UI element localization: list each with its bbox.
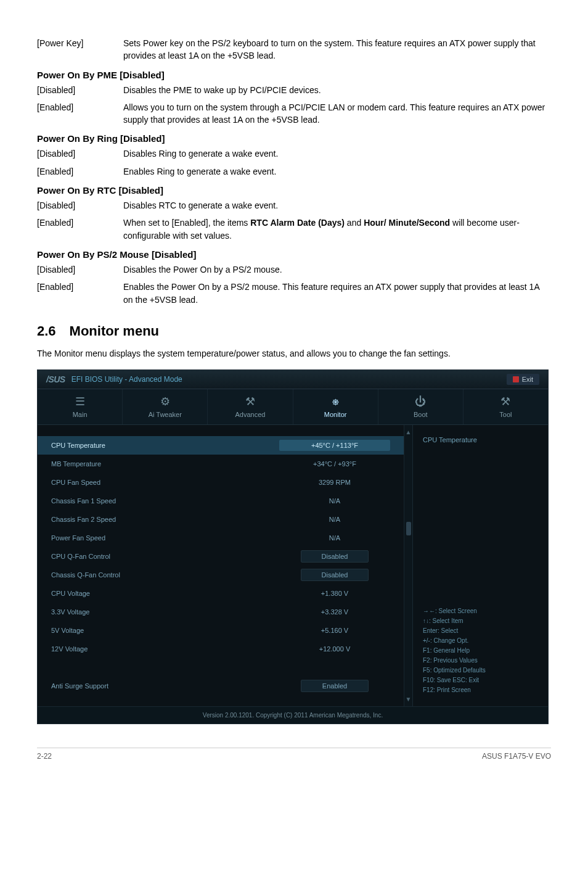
config-row: [Enabled]Enables Ring to generate a wake… [37, 165, 551, 178]
setting-row[interactable]: CPU Voltage+1.380 V [38, 584, 404, 603]
setting-value: Disabled [279, 569, 390, 581]
exit-label: Exit [522, 376, 533, 383]
setting-row[interactable]: Power Fan SpeedN/A [38, 529, 404, 547]
config-key: [Enabled] [37, 101, 123, 126]
config-desc: When set to [Enabled], the items RTC Ala… [123, 217, 551, 242]
setting-label: Power Fan Speed [51, 534, 279, 542]
tab-label: Main [73, 411, 88, 418]
tab-main[interactable]: ☰Main [38, 389, 123, 424]
setting-label: 3.3V Voltage [51, 608, 279, 616]
setting-label: Anti Surge Support [51, 682, 279, 690]
setting-value: N/A [279, 534, 390, 542]
setting-row[interactable]: 12V Voltage+12.000 V [38, 640, 404, 658]
help-key-line: F10: Save ESC: Exit [423, 675, 538, 685]
config-row: [Power Key]Sets Power key on the PS/2 ke… [37, 37, 551, 62]
tool-icon: ⚒ [463, 395, 548, 408]
advanced-icon: ⚒ [208, 395, 292, 408]
setting-label: Chassis Fan 1 Speed [51, 497, 279, 505]
help-title: CPU Temperature [423, 436, 538, 444]
config-desc: Disables the Power On by a PS/2 mouse. [123, 263, 551, 276]
setting-label: CPU Voltage [51, 590, 279, 597]
section-desc: The Monitor menu displays the system tem… [37, 348, 551, 360]
subsection-heading: Power On By Ring [Disabled] [37, 133, 551, 144]
setting-value-box[interactable]: Disabled [301, 569, 369, 581]
subsection-heading: Power On By RTC [Disabled] [37, 185, 551, 196]
setting-label: 12V Voltage [51, 645, 279, 653]
setting-label: CPU Temperature [51, 442, 279, 449]
tab-ai-tweaker[interactable]: ⚙Ai Tweaker [123, 389, 208, 424]
scroll-down-icon[interactable]: ▼ [406, 696, 412, 703]
config-key: [Disabled] [37, 84, 123, 96]
config-desc: Allows you to turn on the system through… [123, 101, 551, 126]
help-key-line: F1: General Help [423, 646, 538, 656]
section-title: 2.6 Monitor menu [37, 323, 551, 339]
bios-title: EFI BIOS Utility - Advanced Mode [71, 375, 182, 384]
help-key-line: Enter: Select [423, 626, 538, 636]
config-desc: Sets Power key on the PS/2 keyboard to t… [123, 37, 551, 62]
setting-label: CPU Fan Speed [51, 479, 279, 486]
product-name: ASUS F1A75-V EVO [482, 752, 551, 761]
config-row: [Enabled]Allows you to turn on the syste… [37, 101, 551, 126]
tab-label: Boot [414, 411, 428, 418]
scroll-up-icon[interactable]: ▲ [406, 429, 412, 435]
bios-footer: Version 2.00.1201. Copyright (C) 2011 Am… [38, 706, 548, 724]
setting-row[interactable] [38, 658, 404, 677]
ai-tweaker-icon: ⚙ [123, 395, 207, 408]
setting-row[interactable]: MB Temperature+34°C / +93°F [38, 455, 404, 473]
setting-label: CPU Q-Fan Control [51, 553, 279, 560]
setting-value-box[interactable]: Disabled [301, 550, 369, 563]
exit-button[interactable]: Exit [507, 374, 539, 385]
config-key: [Enabled] [37, 165, 123, 178]
setting-label: Chassis Q-Fan Control [51, 571, 279, 579]
config-row: [Disabled]Disables Ring to generate a wa… [37, 147, 551, 160]
setting-value: +34°C / +93°F [279, 460, 390, 468]
help-key-line: F5: Optimized Defaults [423, 666, 538, 675]
help-key-line: +/-: Change Opt. [423, 636, 538, 646]
tab-label: Advanced [235, 411, 265, 418]
setting-label: Chassis Fan 2 Speed [51, 516, 279, 523]
bios-tabs: ☰Main⚙Ai Tweaker⚒Advanced⎈Monitor⏻Boot⚒T… [38, 389, 548, 425]
help-key-line: F12: Print Screen [423, 685, 538, 695]
setting-row[interactable]: CPU Temperature+45°C / +113°F [38, 436, 404, 455]
scrollbar[interactable]: ▲ ▼ [404, 425, 412, 706]
config-key: [Enabled] [37, 217, 123, 242]
setting-row[interactable]: Anti Surge SupportEnabled [38, 677, 404, 695]
tab-boot[interactable]: ⏻Boot [378, 389, 463, 424]
setting-value-box[interactable]: Enabled [301, 680, 369, 692]
config-key: [Disabled] [37, 199, 123, 212]
config-row: [Enabled]When set to [Enabled], the item… [37, 217, 551, 242]
setting-row[interactable]: Chassis Fan 2 SpeedN/A [38, 510, 404, 529]
setting-row[interactable]: 3.3V Voltage+3.328 V [38, 603, 404, 621]
config-row: [Disabled]Disables the Power On by a PS/… [37, 263, 551, 276]
tab-monitor[interactable]: ⎈Monitor [293, 389, 378, 424]
config-key: [Power Key] [37, 37, 123, 62]
tab-label: Tool [499, 411, 512, 418]
setting-value: +45°C / +113°F [279, 440, 390, 451]
config-desc: Disables the PME to wake up by PCI/PCIE … [123, 84, 551, 96]
setting-row[interactable]: 5V Voltage+5.160 V [38, 621, 404, 640]
scroll-thumb[interactable] [406, 522, 411, 535]
tab-label: Monitor [324, 411, 347, 418]
config-row: [Enabled]Enables the Power On by a PS/2 … [37, 281, 551, 306]
brand-logo: /SUS [46, 374, 65, 384]
setting-row[interactable]: Chassis Q-Fan ControlDisabled [38, 566, 404, 584]
setting-row[interactable]: Chassis Fan 1 SpeedN/A [38, 492, 404, 510]
config-key: [Enabled] [37, 281, 123, 306]
bios-help-panel: CPU Temperature →←: Select Screen↑↓: Sel… [412, 425, 548, 706]
monitor-icon: ⎈ [293, 395, 378, 408]
config-desc: Enables Ring to generate a wake event. [123, 165, 551, 178]
tab-label: Ai Tweaker [149, 411, 182, 418]
config-key: [Disabled] [37, 147, 123, 160]
setting-row[interactable]: CPU Q-Fan ControlDisabled [38, 547, 404, 566]
bios-settings-panel: CPU Temperature+45°C / +113°FMB Temperat… [38, 425, 404, 706]
help-keys: →←: Select Screen↑↓: Select ItemEnter: S… [423, 606, 538, 695]
config-desc: Disables Ring to generate a wake event. [123, 147, 551, 160]
bios-screenshot: /SUS EFI BIOS Utility - Advanced Mode Ex… [37, 369, 549, 724]
setting-value: +5.160 V [279, 627, 390, 634]
main-icon: ☰ [38, 395, 122, 408]
tab-advanced[interactable]: ⚒Advanced [208, 389, 293, 424]
config-row: [Disabled]Disables the PME to wake up by… [37, 84, 551, 96]
tab-tool[interactable]: ⚒Tool [463, 389, 548, 424]
setting-row[interactable]: CPU Fan Speed3299 RPM [38, 473, 404, 492]
config-key: [Disabled] [37, 263, 123, 276]
